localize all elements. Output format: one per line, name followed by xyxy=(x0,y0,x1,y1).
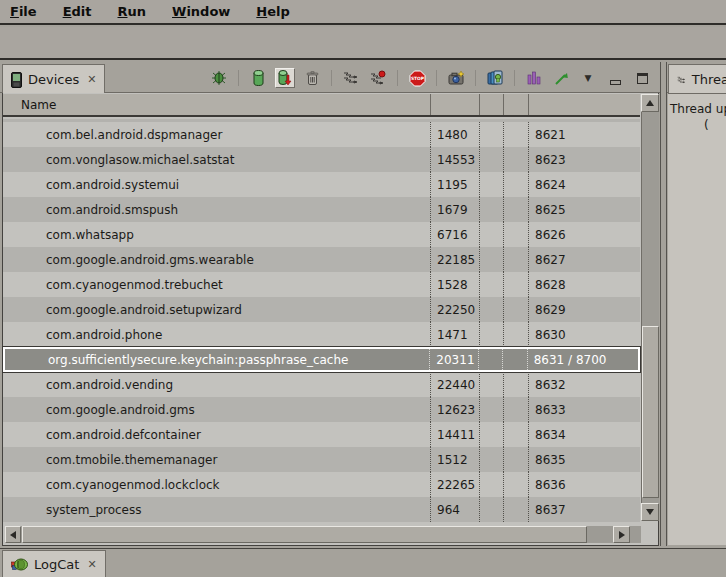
minimize-icon[interactable] xyxy=(605,68,625,88)
cell-a xyxy=(479,297,503,322)
cell-pid: 14553 xyxy=(430,147,479,172)
menu-window[interactable]: Window xyxy=(172,4,230,19)
tracer-arrow-icon[interactable] xyxy=(551,68,571,88)
cell-b xyxy=(503,247,528,272)
column-header-blank2[interactable] xyxy=(503,94,528,115)
scroll-left-button[interactable] xyxy=(5,526,21,543)
cell-b xyxy=(502,349,527,370)
cell-a xyxy=(479,122,503,147)
cell-port: 8630 xyxy=(528,322,640,347)
toolbar-separator xyxy=(397,70,398,86)
threads-message-line1: Thread up xyxy=(670,102,726,116)
screen-capture-icon[interactable] xyxy=(446,68,466,88)
cell-name: system_process xyxy=(3,497,430,522)
toolbar-separator xyxy=(436,70,437,86)
horizontal-scrollbar-track[interactable] xyxy=(5,526,641,543)
cell-pid: 22440 xyxy=(430,372,479,397)
vertical-scrollbar-track[interactable] xyxy=(641,112,659,503)
table-row[interactable]: org.sufficientlysecure.keychain:passphra… xyxy=(3,347,640,372)
table-row[interactable]: com.android.vending224408632 xyxy=(3,372,640,397)
cell-a xyxy=(479,272,503,297)
cell-name: com.android.vending xyxy=(3,372,430,397)
scroll-down-button[interactable] xyxy=(641,503,659,521)
vertical-scrollbar-thumb[interactable] xyxy=(642,326,659,498)
cell-a xyxy=(478,349,502,370)
table-row[interactable]: system_process9648637 xyxy=(3,497,640,522)
menu-file[interactable]: File xyxy=(10,4,37,19)
close-icon[interactable]: ✕ xyxy=(87,558,96,571)
cell-name: com.cyanogenmod.lockclock xyxy=(3,472,430,497)
table-row[interactable]: com.android.phone14718630 xyxy=(3,322,640,347)
table-row[interactable]: com.vonglasow.michael.satstat145538623 xyxy=(3,147,640,172)
cell-port: 8633 xyxy=(528,397,640,422)
cell-pid: 964 xyxy=(430,497,479,522)
cell-a xyxy=(479,322,503,347)
table-row[interactable]: com.cyanogenmod.lockclock222658636 xyxy=(3,472,640,497)
cell-a xyxy=(479,472,503,497)
update-heap-icon[interactable] xyxy=(248,68,268,88)
menu-help[interactable]: Help xyxy=(256,4,289,19)
scroll-right-button[interactable] xyxy=(613,526,630,543)
debug-process-icon[interactable] xyxy=(209,68,229,88)
table-row[interactable]: com.android.systemui11958624 xyxy=(3,172,640,197)
cell-name: com.google.android.gms xyxy=(3,397,430,422)
close-icon[interactable]: ✕ xyxy=(87,73,96,86)
toolbar-separator xyxy=(514,70,515,86)
cell-name: com.google.android.gms.wearable xyxy=(3,247,430,272)
menubar: File Edit Run Window Help xyxy=(0,0,726,25)
threads-tabbar: Threa xyxy=(667,62,726,93)
cell-a xyxy=(479,397,503,422)
logcat-icon xyxy=(11,558,28,571)
tab-threads[interactable]: Threa xyxy=(668,64,726,94)
view-menu-icon[interactable]: ▼ xyxy=(578,68,598,88)
cell-b xyxy=(503,397,528,422)
cell-b xyxy=(503,497,528,522)
maximize-icon[interactable] xyxy=(632,68,652,88)
cell-b xyxy=(503,172,528,197)
cell-name: org.sufficientlysecure.keychain:passphra… xyxy=(5,349,429,370)
menu-edit[interactable]: Edit xyxy=(63,4,92,19)
cell-b xyxy=(503,422,528,447)
dump-hprof-icon[interactable] xyxy=(275,68,295,88)
table-row[interactable]: com.google.android.gms126238633 xyxy=(3,397,640,422)
column-header-name[interactable]: Name xyxy=(3,94,430,115)
device-view-icon[interactable] xyxy=(485,68,505,88)
cell-pid: 22250 xyxy=(430,297,479,322)
column-header-blank1[interactable] xyxy=(479,94,503,115)
scroll-up-button[interactable] xyxy=(641,94,659,112)
cell-a xyxy=(479,172,503,197)
column-header-pid[interactable] xyxy=(430,94,479,115)
toolbar-separator xyxy=(331,70,332,86)
cell-pid: 14411 xyxy=(430,422,479,447)
tab-logcat[interactable]: LogCat ✕ xyxy=(2,550,106,577)
table-row[interactable]: com.tmobile.thememanager15128635 xyxy=(3,447,640,472)
cell-port: 8624 xyxy=(528,172,640,197)
cause-gc-icon[interactable] xyxy=(302,68,322,88)
cell-b xyxy=(503,322,528,347)
table-row[interactable]: com.bel.android.dspmanager14808621 xyxy=(3,122,640,147)
table-row[interactable]: com.android.defcontainer144118634 xyxy=(3,422,640,447)
sysinfo-columns-icon[interactable] xyxy=(524,68,544,88)
table-row[interactable]: com.google.android.gms.wearable221858627 xyxy=(3,247,640,272)
tab-threads-label: Threa xyxy=(692,72,726,87)
cell-name: com.cyanogenmod.trebuchet xyxy=(3,272,430,297)
tab-devices[interactable]: Devices ✕ xyxy=(2,64,105,94)
table-row[interactable]: com.whatsapp67168626 xyxy=(3,222,640,247)
cell-a xyxy=(479,372,503,397)
update-threads-icon[interactable] xyxy=(341,68,361,88)
threads-icon xyxy=(677,73,686,87)
menu-run[interactable]: Run xyxy=(118,4,147,19)
cell-pid: 20311 xyxy=(429,349,478,370)
column-header-port[interactable] xyxy=(528,94,640,115)
table-row[interactable]: com.cyanogenmod.trebuchet15288628 xyxy=(3,272,640,297)
tab-logcat-label: LogCat xyxy=(34,557,79,572)
table-row[interactable]: com.android.smspush16798625 xyxy=(3,197,640,222)
table-row[interactable]: com.google.android.setupwizard222508629 xyxy=(3,297,640,322)
cell-b xyxy=(503,272,528,297)
start-method-profiling-icon[interactable] xyxy=(368,68,388,88)
cell-name: com.google.android.setupwizard xyxy=(3,297,430,322)
cell-pid: 1528 xyxy=(430,272,479,297)
horizontal-scrollbar-thumb[interactable] xyxy=(22,526,587,543)
cell-b xyxy=(503,222,528,247)
stop-process-icon[interactable]: STOP xyxy=(407,68,427,88)
